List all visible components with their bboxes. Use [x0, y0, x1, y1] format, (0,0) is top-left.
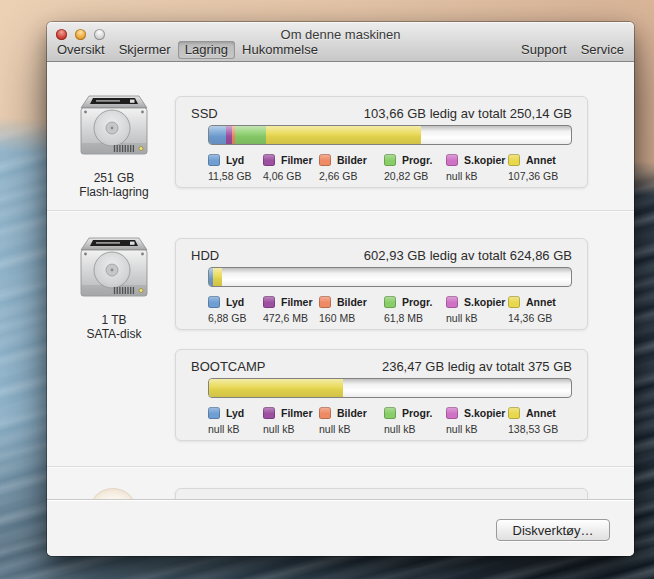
legend-item-lyd: Lydnull kB	[208, 407, 244, 435]
volume-name: HDD	[191, 248, 219, 263]
legend-item-progr: Progr.null kB	[384, 407, 432, 435]
legend-label-annet: Annet	[526, 154, 556, 166]
volume-panel: SSD 103,66 GB ledig av totalt 250,14 GB …	[175, 96, 588, 188]
legend-swatch-skopier	[446, 407, 458, 419]
legend-label-skopier: S.kopier	[464, 296, 505, 308]
legend-item-filmer: Filmer472,6 MB	[263, 296, 313, 324]
legend-swatch-lyd	[208, 407, 220, 419]
legend-label-progr: Progr.	[402, 296, 432, 308]
usage-bar	[208, 378, 572, 398]
legend-item-skopier: S.kopiernull kB	[446, 154, 505, 182]
legend-value-bilder: 2,66 GB	[319, 170, 367, 182]
legend-label-annet: Annet	[526, 407, 556, 419]
legend-label-bilder: Bilder	[337, 407, 367, 419]
legend-value-lyd: 6,88 GB	[208, 312, 247, 324]
legend-item-bilder: Bildernull kB	[319, 407, 367, 435]
legend-label-bilder: Bilder	[337, 296, 367, 308]
about-this-mac-window: Om denne maskinen OversiktSkjermerLagrin…	[47, 22, 634, 556]
disk-icon-wrap: 251 GB Flash-lagring	[73, 95, 155, 199]
tab-oversikt[interactable]: Oversikt	[50, 41, 112, 59]
section-divider	[47, 466, 634, 467]
legend-item-annet: Annet107,36 GB	[508, 154, 558, 182]
disk-size-caption: 251 GB	[73, 171, 155, 185]
disk-icon-wrap: 1 TB SATA-disk	[73, 237, 155, 341]
legend-value-progr: null kB	[384, 423, 432, 435]
usage-bar	[208, 125, 572, 145]
cd-disc-icon	[89, 488, 137, 499]
legend-item-progr: Progr.20,82 GB	[384, 154, 432, 182]
legend-label-lyd: Lyd	[226, 154, 244, 166]
legend-value-bilder: 160 MB	[319, 312, 367, 324]
legend-item-filmer: Filmer4,06 GB	[263, 154, 313, 182]
legend-value-lyd: null kB	[208, 423, 244, 435]
legend-swatch-bilder	[319, 296, 331, 308]
hard-drive-icon	[76, 95, 152, 165]
usage-legend: Lydnull kBFilmernull kBBildernull kBProg…	[176, 407, 587, 441]
legend-value-filmer: 4,06 GB	[263, 170, 313, 182]
legend-item-progr: Progr.61,8 MB	[384, 296, 432, 324]
legend-swatch-annet	[508, 154, 520, 166]
usage-legend: Lyd6,88 GBFilmer472,6 MBBilder160 MBProg…	[176, 296, 587, 330]
legend-label-progr: Progr.	[402, 154, 432, 166]
legend-item-skopier: S.kopiernull kB	[446, 407, 505, 435]
volume-name: SSD	[191, 106, 218, 121]
legend-swatch-progr	[384, 407, 396, 419]
desktop-wallpaper: Om denne maskinen OversiktSkjermerLagrin…	[0, 0, 654, 579]
legend-swatch-progr	[384, 296, 396, 308]
toolbar-link-support[interactable]: Support	[514, 41, 574, 59]
tab-hukommelse[interactable]: Hukommelse	[235, 41, 325, 59]
legend-swatch-annet	[508, 407, 520, 419]
legend-value-filmer: null kB	[263, 423, 313, 435]
legend-label-filmer: Filmer	[281, 154, 313, 166]
volume-free-summary: 103,66 GB ledig av totalt 250,14 GB	[364, 106, 572, 121]
disk-utility-button[interactable]: Diskverktøy…	[496, 519, 610, 541]
legend-swatch-lyd	[208, 296, 220, 308]
disk-size-caption: 1 TB	[73, 313, 155, 327]
legend-swatch-skopier	[446, 154, 458, 166]
bar-segment-annet	[213, 268, 221, 286]
usage-bar	[208, 267, 572, 287]
hard-drive-icon	[76, 237, 152, 307]
storage-content: 251 GB Flash-lagring SSD 103,66 GB ledig…	[47, 62, 634, 499]
legend-value-annet: 107,36 GB	[508, 170, 558, 182]
legend-item-skopier: S.kopiernull kB	[446, 296, 505, 324]
legend-label-skopier: S.kopier	[464, 154, 505, 166]
legend-label-lyd: Lyd	[226, 296, 244, 308]
legend-value-progr: 61,8 MB	[384, 312, 432, 324]
legend-value-annet: 138,53 GB	[508, 423, 558, 435]
tab-lagring[interactable]: Lagring	[178, 41, 235, 59]
legend-item-filmer: Filmernull kB	[263, 407, 313, 435]
volume-free-summary: 236,47 GB ledig av totalt 375 GB	[382, 359, 572, 374]
bar-segment-progr	[235, 126, 265, 144]
legend-value-lyd: 11,58 GB	[208, 170, 252, 182]
tab-skjermer[interactable]: Skjermer	[112, 41, 178, 59]
legend-label-progr: Progr.	[402, 407, 432, 419]
volume-free-summary: 602,93 GB ledig av totalt 624,86 GB	[364, 248, 572, 263]
legend-label-skopier: S.kopier	[464, 407, 505, 419]
legend-value-annet: 14,36 GB	[508, 312, 556, 324]
legend-value-skopier: null kB	[446, 423, 505, 435]
legend-item-lyd: Lyd11,58 GB	[208, 154, 252, 182]
legend-swatch-filmer	[263, 154, 275, 166]
legend-value-progr: 20,82 GB	[384, 170, 432, 182]
legend-item-bilder: Bilder160 MB	[319, 296, 367, 324]
disk-type-caption: SATA-disk	[73, 327, 155, 341]
next-volume-panel-partial	[175, 488, 588, 499]
bar-segment-lyd	[209, 126, 226, 144]
legend-swatch-annet	[508, 296, 520, 308]
tab-strip: OversiktSkjermerLagringHukommelse Suppor…	[50, 40, 631, 59]
bar-segment-annet	[266, 126, 421, 144]
window-titlebar: Om denne maskinen OversiktSkjermerLagrin…	[47, 22, 634, 62]
legend-item-annet: Annet14,36 GB	[508, 296, 556, 324]
section-divider	[47, 210, 634, 211]
legend-label-bilder: Bilder	[337, 154, 367, 166]
legend-label-filmer: Filmer	[281, 296, 313, 308]
legend-swatch-lyd	[208, 154, 220, 166]
window-footer: Diskverktøy…	[47, 499, 634, 556]
legend-label-filmer: Filmer	[281, 407, 313, 419]
legend-value-skopier: null kB	[446, 170, 505, 182]
legend-swatch-filmer	[263, 407, 275, 419]
toolbar-link-service[interactable]: Service	[574, 41, 631, 59]
legend-value-filmer: 472,6 MB	[263, 312, 313, 324]
legend-item-lyd: Lyd6,88 GB	[208, 296, 247, 324]
